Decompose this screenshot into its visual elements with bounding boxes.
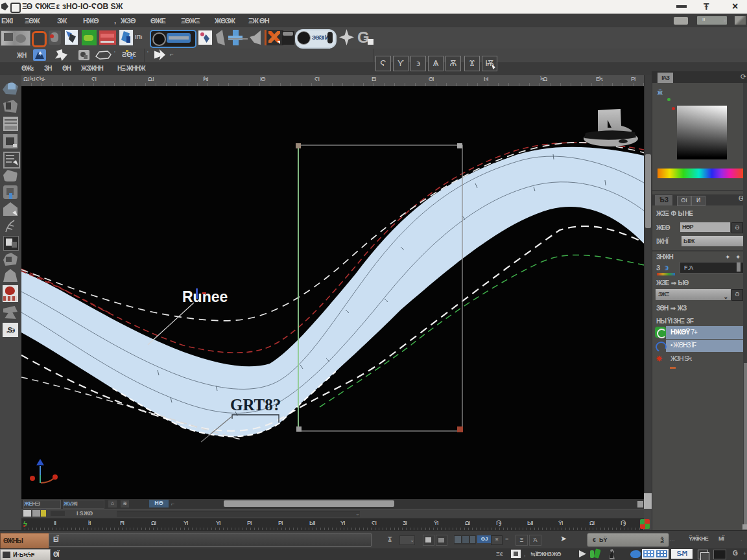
svg-text:Runee: Runee [182, 288, 228, 305]
svg-text:GRT8?: GRT8? [230, 396, 281, 414]
